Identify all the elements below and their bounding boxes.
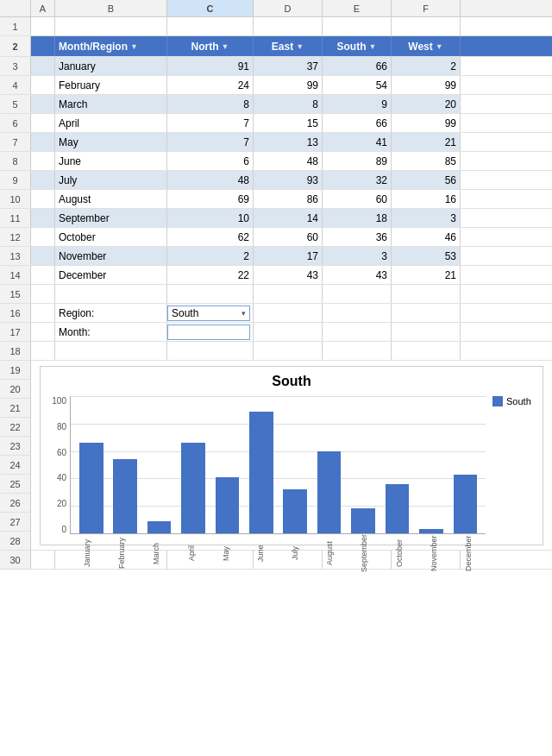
bar-group-9 [380, 396, 414, 533]
cell-east-header: East ▼ [254, 36, 323, 56]
cell-south-10: 60 [323, 190, 392, 208]
cell-west-5: 20 [392, 95, 461, 113]
cell-west-10: 16 [392, 190, 461, 208]
cell-west-4: 99 [392, 76, 461, 94]
bar-November [419, 529, 443, 533]
rownum-26: 26 [0, 494, 30, 513]
rownum-18: 18 [0, 342, 31, 360]
cell-east-10: 86 [254, 190, 323, 208]
table-row-8: 8 June 6 48 89 85 [0, 152, 552, 171]
bar-July [283, 489, 307, 533]
chart-x-labels: JanuaryFebruaryMarchAprilMayJuneJulyAugu… [70, 534, 486, 570]
rownum-4: 4 [0, 76, 31, 94]
bar-October [386, 484, 410, 533]
cell-west-12: 46 [392, 228, 461, 246]
chart-rows: 19 20 21 22 23 24 25 26 27 28 South [0, 361, 552, 551]
cell-month-11: September [55, 209, 167, 227]
cell-south-3: 66 [323, 57, 392, 75]
row-num-corner [0, 0, 31, 16]
south-dropdown-icon[interactable]: ▼ [369, 42, 377, 51]
cell-month-12: October [55, 228, 167, 246]
bar-group-4 [210, 396, 244, 533]
cell-north-10: 69 [167, 190, 254, 208]
cell-north-12: 62 [167, 228, 254, 246]
rownum-22: 22 [0, 418, 30, 437]
cell-west-11: 3 [392, 209, 461, 227]
cell-west-6: 99 [392, 114, 461, 132]
region-dropdown[interactable]: South ▾ [167, 306, 250, 321]
cell-1e [323, 17, 392, 35]
col-header-a: A [31, 0, 55, 16]
cell-1b [55, 17, 167, 35]
cell-east-12: 60 [254, 228, 323, 246]
region-dropdown-arrow-icon: ▾ [242, 309, 246, 318]
month-dropdown[interactable] [167, 324, 250, 340]
cell-month-14: December [55, 266, 167, 284]
cell-month-7: May [55, 133, 167, 151]
rownum-27: 27 [0, 513, 30, 532]
cell-month-10: August [55, 190, 167, 208]
x-label-December: December [451, 536, 486, 570]
east-dropdown-icon[interactable]: ▼ [296, 42, 304, 51]
bar-group-3 [176, 396, 210, 533]
chart-legend: South [486, 396, 537, 406]
cell-north-11: 10 [167, 209, 254, 227]
table-row-6: 6 April 7 15 66 99 [0, 114, 552, 133]
legend-color-box [492, 396, 503, 406]
legend-label: South [506, 396, 531, 406]
month-region-dropdown-icon[interactable]: ▼ [130, 42, 138, 51]
bar-group-2 [142, 396, 176, 533]
cell-south-7: 41 [323, 133, 392, 151]
cell-west-header: West ▼ [392, 36, 461, 56]
cell-south-9: 32 [323, 171, 392, 189]
x-label-June: June [243, 536, 278, 570]
rownum-6: 6 [0, 114, 31, 132]
rownum-14: 14 [0, 266, 31, 284]
cell-south-12: 36 [323, 228, 392, 246]
cell-north-5: 8 [167, 95, 254, 113]
cell-north-8: 6 [167, 152, 254, 170]
x-label-May: May [209, 536, 243, 570]
cell-east-5: 8 [254, 95, 323, 113]
cell-south-13: 3 [323, 247, 392, 265]
north-dropdown-icon[interactable]: ▼ [222, 42, 229, 51]
bar-group-1 [108, 396, 141, 533]
rownum-17: 17 [0, 323, 31, 341]
cell-east-7: 13 [254, 133, 323, 151]
bar-group-8 [346, 396, 380, 533]
cell-east-6: 15 [254, 114, 323, 132]
cell-north-3: 91 [167, 57, 254, 75]
cell-east-11: 14 [254, 209, 323, 227]
bar-March [147, 521, 172, 533]
region-dropdown-value: South [172, 307, 242, 319]
cell-west-9: 56 [392, 171, 461, 189]
column-headers: A B C D E F [0, 0, 552, 17]
col-header-f: F [392, 0, 461, 16]
table-row-10: 10 August 69 86 60 16 [0, 190, 552, 209]
table-row-4: 4 February 24 99 54 99 [0, 76, 552, 95]
x-label-September: September [347, 536, 381, 570]
cell-month-8: June [55, 152, 167, 170]
rownum-23: 23 [0, 437, 30, 456]
region-label: Region: [55, 304, 167, 322]
west-dropdown-icon[interactable]: ▼ [436, 42, 443, 51]
cell-south-header: South ▼ [323, 36, 392, 56]
cell-west-14: 21 [392, 266, 461, 284]
rownum-7: 7 [0, 133, 31, 151]
rownum-25: 25 [0, 475, 30, 494]
month-selector-cell [167, 323, 254, 341]
bar-January [79, 443, 104, 533]
rownum-5: 5 [0, 95, 31, 113]
col-header-c: C [167, 0, 254, 16]
x-label-April: April [174, 536, 209, 570]
cell-2a [31, 36, 55, 56]
cell-east-8: 48 [254, 152, 323, 170]
cell-east-9: 93 [254, 171, 323, 189]
cell-north-14: 22 [167, 266, 254, 284]
bar-group-6 [279, 396, 312, 533]
table-row-11: 11 September 10 14 18 3 [0, 209, 552, 228]
chart-main: 100 80 60 40 20 0 [46, 396, 486, 570]
bar-September [351, 508, 375, 533]
rownum-3: 3 [0, 57, 31, 75]
region-selector-cell: South ▾ [167, 304, 254, 322]
